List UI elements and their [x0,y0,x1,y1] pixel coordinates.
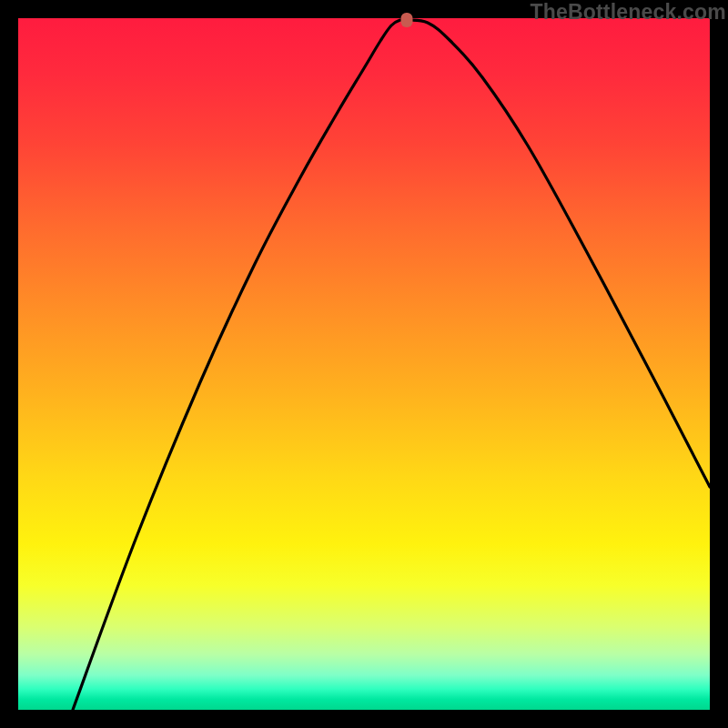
chart-frame [18,18,710,710]
optimal-point-marker [401,13,413,27]
bottleneck-curve [18,18,710,710]
watermark-text: TheBottleneck.com [530,0,726,25]
